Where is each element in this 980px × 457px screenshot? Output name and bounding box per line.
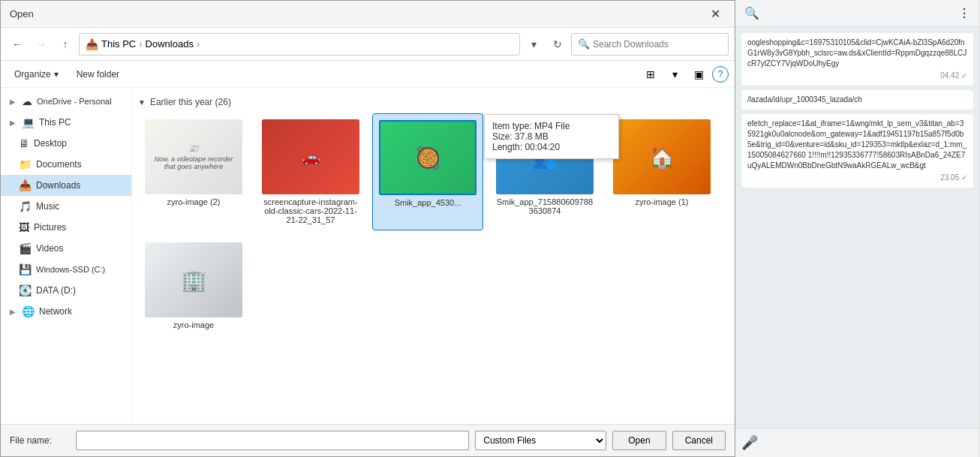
thumb-image: 📰 Now, a videotape recorder that goes an… <box>145 119 242 194</box>
sidebar-item-videos[interactable]: 🎬 Videos <box>1 238 131 259</box>
preview-button[interactable]: ▣ <box>688 64 709 85</box>
chat-header: 🔍 ⋮ <box>735 0 979 27</box>
message-time: 04.42 ✓ <box>747 71 967 81</box>
list-item[interactable]: 🏢 zyro-image <box>138 236 249 335</box>
chat-message: oogleshopping&c=16975310105&clid=CjwKCAi… <box>741 33 973 86</box>
thumb-image: 🏢 <box>145 242 242 317</box>
file-grid: 📰 Now, a videotape recorder that goes an… <box>138 113 729 341</box>
sidebar-label-desktop: Desktop <box>34 138 67 149</box>
organize-button[interactable]: Organize ▾ <box>7 66 66 83</box>
sidebar-label-thispc: This PC <box>39 117 71 128</box>
downloads-icon: 📥 <box>19 179 32 191</box>
search-box: 🔍 <box>571 33 729 56</box>
help-button[interactable]: ? <box>712 66 729 83</box>
chat-search-icon[interactable]: 🔍 <box>744 6 759 20</box>
thumb-image: 🚗 <box>262 119 359 194</box>
forward-button[interactable]: → <box>31 34 52 55</box>
file-name: Smik_app_7158806097883630874 <box>496 197 594 215</box>
dropdown-button[interactable]: ▾ <box>523 34 544 55</box>
mic-icon[interactable]: 🎤 <box>741 434 758 451</box>
list-item[interactable]: 🏠 zyro-image (1) <box>606 113 717 230</box>
address-path[interactable]: 📥 This PC › Downloads › <box>79 33 520 56</box>
sidebar-label-windows-ssd: Windows-SSD (C:) <box>36 265 105 274</box>
chat-menu-icon[interactable]: ⋮ <box>958 6 970 20</box>
open-file-dialog: Open ✕ ← → ↑ 📥 This PC › Downloads › ▾ ↻… <box>0 0 735 457</box>
organize-dropdown-icon: ▾ <box>54 69 59 80</box>
new-folder-label: New folder <box>77 69 119 80</box>
sidebar: ▶ ☁ OneDrive - Personal ▶ 💻 This PC 🖥 De… <box>1 88 132 424</box>
sidebar-item-music[interactable]: 🎵 Music <box>1 196 131 217</box>
chat-message: efetch_replace=1&at_iframe=1&wng/mkt_lp_… <box>741 114 973 188</box>
file-name: zyro-image <box>173 320 214 329</box>
file-name: zyro-image (2) <box>167 197 221 206</box>
file-name-input[interactable] <box>76 431 469 450</box>
message-text: oogleshopping&c=16975310105&clid=CjwKCAi… <box>747 38 967 69</box>
onedrive-icon: ☁ <box>22 95 32 107</box>
sidebar-label-onedrive: OneDrive - Personal <box>37 97 112 106</box>
sidebar-item-pictures[interactable]: 🖼 Pictures <box>1 217 131 238</box>
sidebar-item-onedrive[interactable]: ▶ ☁ OneDrive - Personal <box>1 91 131 112</box>
sidebar-label-downloads: Downloads <box>36 180 80 191</box>
thumb-image: 👥 <box>496 119 594 194</box>
sidebar-label-music: Music <box>36 201 59 212</box>
expand-icon-thispc: ▶ <box>10 119 16 127</box>
data-d-icon: 💽 <box>19 284 32 296</box>
path-sep-1: › <box>139 38 142 50</box>
open-button[interactable]: Open <box>612 431 666 450</box>
list-item[interactable]: 🚗 screencapture-instagram-old-classic-ca… <box>255 113 366 230</box>
path-download-icon: 📥 <box>86 38 98 50</box>
sidebar-item-documents[interactable]: 📁 Documents <box>1 154 131 175</box>
view-dropdown-button[interactable]: ▾ <box>664 64 685 85</box>
sidebar-item-thispc[interactable]: ▶ 💻 This PC <box>1 112 131 133</box>
new-folder-button[interactable]: New folder <box>69 66 127 83</box>
close-button[interactable]: ✕ <box>705 5 726 23</box>
expand-icon-network: ▶ <box>10 308 16 316</box>
sidebar-item-windows-ssd[interactable]: 💾 Windows-SSD (C:) <box>1 259 131 280</box>
message-time: 23.05 ✓ <box>747 173 967 183</box>
sidebar-item-network[interactable]: ▶ 🌐 Network <box>1 301 131 322</box>
thumb-image: 🥘 <box>380 120 475 195</box>
title-bar: Open ✕ <box>1 1 735 28</box>
videos-icon: 🎬 <box>19 242 32 254</box>
sidebar-label-pictures: Pictures <box>34 222 66 233</box>
refresh-button[interactable]: ↻ <box>547 34 568 55</box>
chat-panel: 🔍 ⋮ oogleshopping&c=16975310105&clid=Cjw… <box>735 0 980 457</box>
file-name: Smik_app_4530... <box>395 198 461 207</box>
sidebar-item-desktop[interactable]: 🖥 Desktop <box>1 133 131 154</box>
chat-footer: 🎤 <box>735 428 979 457</box>
group-label: Earlier this year (26) <box>150 97 231 107</box>
back-button[interactable]: ← <box>7 34 28 55</box>
network-icon: 🌐 <box>22 305 35 317</box>
path-sep-2: › <box>197 38 200 50</box>
documents-icon: 📁 <box>19 158 32 170</box>
group-header[interactable]: ▼ Earlier this year (26) <box>138 94 729 113</box>
file-area: ▼ Earlier this year (26) 📰 Now, a videot… <box>132 88 735 424</box>
message-text: efetch_replace=1&at_iframe=1&wng/mkt_lp_… <box>747 119 967 171</box>
organize-label: Organize <box>14 69 51 80</box>
desktop-icon: 🖥 <box>19 137 29 149</box>
toolbar: Organize ▾ New folder ⊞ ▾ ▣ ? <box>1 61 735 88</box>
cancel-button[interactable]: Cancel <box>672 431 726 450</box>
sidebar-item-data-d[interactable]: 💽 DATA (D:) <box>1 280 131 301</box>
list-item[interactable]: 📰 Now, a videotape recorder that goes an… <box>138 113 249 230</box>
message-text: /lazada/id/upr_1000345_lazada/ch <box>747 95 967 105</box>
sidebar-item-downloads[interactable]: 📥 Downloads <box>1 175 131 196</box>
chat-messages: oogleshopping&c=16975310105&clid=CjwKCAi… <box>735 27 979 428</box>
toolbar-right: ⊞ ▾ ▣ ? <box>640 64 729 85</box>
file-thumbnail: 🥘 <box>379 120 476 195</box>
view-icon-button[interactable]: ⊞ <box>640 64 661 85</box>
windows-ssd-icon: 💾 <box>19 263 32 275</box>
address-bar: ← → ↑ 📥 This PC › Downloads › ▾ ↻ 🔍 <box>1 28 735 61</box>
file-thumbnail: 🏢 <box>145 242 242 317</box>
search-icon: 🔍 <box>578 38 590 50</box>
main-content: ▶ ☁ OneDrive - Personal ▶ 💻 This PC 🖥 De… <box>1 88 735 424</box>
search-input[interactable] <box>593 39 722 50</box>
up-button[interactable]: ↑ <box>55 34 76 55</box>
file-type-select[interactable]: Custom Files <box>475 431 606 450</box>
list-item[interactable]: 👥 Smik_app_7158806097883630874 <box>489 113 600 230</box>
path-segment-1: This PC <box>101 38 136 50</box>
expand-icon-onedrive: ▶ <box>10 98 16 106</box>
file-thumbnail: 🏠 <box>613 119 711 194</box>
list-item[interactable]: 🥘 Smik_app_4530... Item type: MP4 File S <box>372 113 483 230</box>
file-thumbnail: 📰 Now, a videotape recorder that goes an… <box>145 119 242 194</box>
